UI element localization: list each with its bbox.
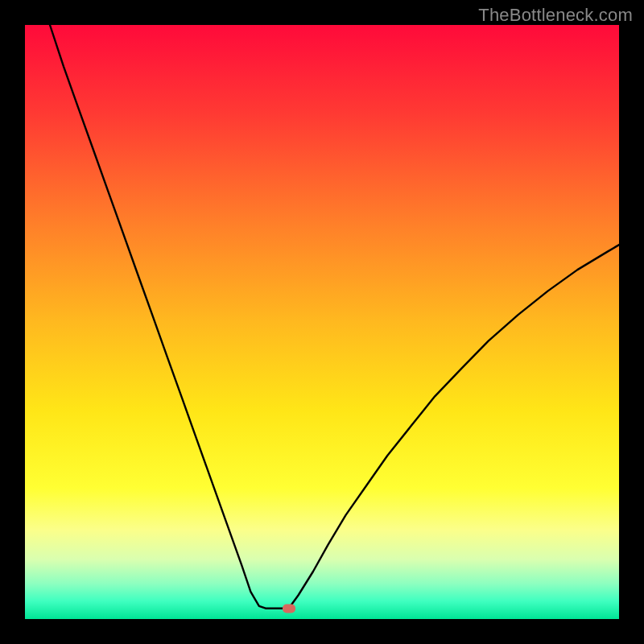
watermark-label: TheBottleneck.com: [478, 5, 633, 26]
bottleneck-curve: [25, 25, 619, 619]
chart-frame: TheBottleneck.com: [0, 0, 644, 644]
optimum-marker-icon: [283, 605, 295, 613]
plot-area: [25, 25, 619, 619]
